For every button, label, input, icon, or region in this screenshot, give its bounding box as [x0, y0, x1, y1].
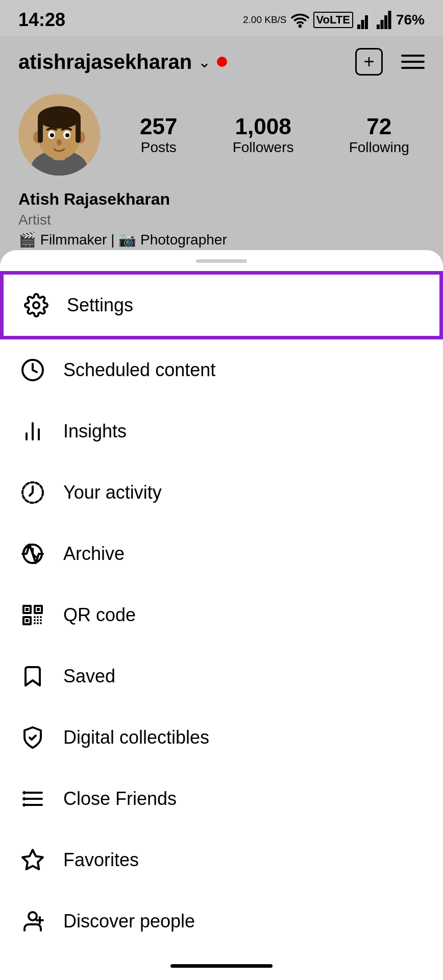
status-bar: 14:28 2.00 KB/S VoLTE 76% — [0, 0, 443, 36]
svg-rect-8 — [388, 11, 391, 29]
qrcode-icon — [18, 601, 47, 629]
profile-info-row: 257 Posts 1,008 Followers 72 Following — [18, 94, 425, 176]
bottom-nav-indicator — [170, 964, 273, 968]
activity-menu-item[interactable]: Your activity — [0, 462, 443, 523]
closefriends-label: Close Friends — [63, 788, 177, 810]
bio-role: Artist — [18, 212, 425, 228]
posts-stat[interactable]: 257 Posts — [140, 114, 177, 156]
followers-label: Followers — [233, 139, 294, 156]
status-time: 14:28 — [18, 9, 65, 31]
add-content-button[interactable]: + — [355, 48, 383, 76]
discover-icon — [18, 907, 47, 936]
bio-line1: 🎬 Filmmaker | 📷 Photographer — [18, 231, 425, 248]
svg-point-20 — [57, 139, 62, 145]
insights-icon — [18, 417, 47, 446]
saved-label: Saved — [63, 666, 115, 687]
svg-point-52 — [29, 912, 37, 920]
hamburger-menu-button[interactable] — [401, 55, 425, 69]
followers-count: 1,008 — [235, 114, 291, 139]
settings-highlight: Settings — [0, 271, 443, 339]
bottom-sheet: Settings Scheduled content Insights — [0, 250, 443, 980]
settings-menu-item[interactable]: Settings — [2, 273, 441, 337]
collectibles-icon — [18, 723, 47, 752]
status-icons: 2.00 KB/S VoLTE 76% — [243, 11, 425, 29]
volte-icon: VoLTE — [313, 12, 353, 28]
profile-header: atishrajasekharan ⌄ + — [18, 48, 425, 76]
svg-rect-21 — [38, 117, 43, 143]
svg-rect-6 — [380, 20, 383, 29]
sheet-handle — [196, 259, 247, 263]
scheduled-label: Scheduled content — [63, 359, 215, 381]
signal-icon-2 — [377, 11, 392, 29]
archive-menu-item[interactable]: Archive — [0, 523, 443, 584]
posts-label: Posts — [141, 139, 177, 156]
discover-menu-item[interactable]: Discover people — [0, 891, 443, 952]
archive-label: Archive — [63, 543, 125, 565]
username-row: atishrajasekharan ⌄ — [18, 51, 227, 74]
svg-marker-50 — [23, 803, 28, 807]
online-indicator — [217, 57, 227, 67]
svg-point-0 — [299, 26, 301, 27]
chevron-down-icon[interactable]: ⌄ — [198, 53, 211, 71]
network-speed: 2.00 KB/S — [243, 14, 287, 26]
header-actions: + — [355, 48, 425, 76]
svg-marker-49 — [23, 797, 28, 801]
favorites-label: Favorites — [63, 849, 139, 871]
profile-name: Atish Rajasekharan — [18, 190, 425, 209]
archive-icon — [18, 540, 47, 568]
signal-icon-1 — [357, 11, 373, 29]
svg-rect-5 — [377, 24, 380, 29]
followers-stat[interactable]: 1,008 Followers — [233, 114, 294, 156]
closefriends-menu-item[interactable]: Close Friends — [0, 768, 443, 829]
svg-point-13 — [38, 106, 81, 129]
saved-menu-item[interactable]: Saved — [0, 646, 443, 707]
svg-rect-3 — [365, 15, 368, 29]
collectibles-menu-item[interactable]: Digital collectibles — [0, 707, 443, 768]
svg-marker-51 — [22, 850, 43, 869]
following-label: Following — [349, 139, 409, 156]
svg-marker-48 — [23, 791, 28, 795]
avatar-image — [18, 94, 100, 176]
svg-rect-34 — [37, 608, 40, 611]
saved-icon — [18, 662, 47, 691]
settings-label: Settings — [67, 295, 133, 316]
battery-level: 76% — [396, 12, 425, 28]
activity-label: Your activity — [63, 482, 162, 503]
stats-row: 257 Posts 1,008 Followers 72 Following — [125, 114, 425, 156]
favorites-icon — [18, 846, 47, 874]
scheduled-menu-item[interactable]: Scheduled content — [0, 339, 443, 401]
following-stat[interactable]: 72 Following — [349, 114, 409, 156]
svg-rect-33 — [26, 608, 29, 611]
svg-point-19 — [65, 133, 69, 137]
svg-point-18 — [50, 133, 54, 137]
svg-point-23 — [33, 302, 39, 308]
collectibles-label: Digital collectibles — [63, 727, 209, 748]
wifi-icon — [291, 11, 309, 29]
svg-rect-4 — [368, 11, 372, 29]
settings-icon — [22, 291, 51, 320]
insights-menu-item[interactable]: Insights — [0, 401, 443, 462]
posts-count: 257 — [140, 114, 177, 139]
qrcode-label: QR code — [63, 604, 136, 626]
svg-rect-35 — [26, 619, 29, 622]
following-count: 72 — [366, 114, 391, 139]
avatar — [18, 94, 100, 176]
scheduled-icon — [18, 356, 47, 384]
svg-rect-22 — [76, 117, 81, 143]
activity-icon — [18, 478, 47, 507]
svg-rect-1 — [357, 24, 360, 29]
insights-label: Insights — [63, 421, 127, 442]
discover-label: Discover people — [63, 911, 195, 932]
qrcode-menu-item[interactable]: QR code — [0, 584, 443, 646]
username: atishrajasekharan — [18, 51, 192, 74]
favorites-menu-item[interactable]: Favorites — [0, 829, 443, 891]
svg-rect-2 — [361, 20, 364, 29]
svg-rect-7 — [384, 15, 387, 29]
closefriends-icon — [18, 785, 47, 813]
